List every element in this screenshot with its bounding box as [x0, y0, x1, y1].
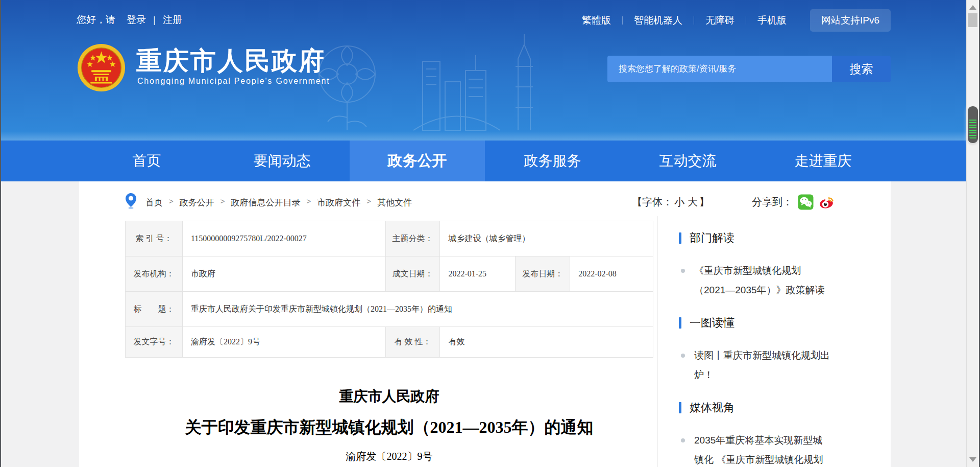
greeting-text: 您好，请 [77, 13, 115, 27]
document-number: 渝府发〔2022〕9号 [125, 450, 653, 463]
share-bar: 分享到： [752, 194, 835, 210]
link-line: 《重庆市新型城镇化规划 [694, 261, 893, 281]
nav-item-news[interactable]: 要闻动态 [214, 141, 350, 181]
sidebar-section-infographic: 一图读懂 [679, 315, 893, 331]
mobile-version-link[interactable]: 手机版 [746, 14, 798, 27]
breadcrumb-separator: > [307, 197, 311, 208]
document-title: 关于印发重庆市新型城镇化规划（2021—2035年）的通知 [125, 417, 653, 437]
weibo-icon[interactable] [819, 194, 835, 210]
nav-item-gov-services[interactable]: 政务服务 [485, 141, 620, 181]
up-arrow-icon[interactable] [969, 5, 976, 10]
section-title: 媒体视角 [690, 400, 734, 415]
nav-item-about-chongqing[interactable]: 走进重庆 [755, 141, 891, 181]
meta-label-doc-number: 发文字号： [126, 327, 183, 358]
login-link[interactable]: 登录 [127, 13, 146, 27]
sidebar-link-policy-interpretation[interactable]: 《重庆市新型城镇化规划 （2021—2035年）》政策解读 [679, 261, 893, 300]
font-control-suffix: 】 [699, 196, 709, 207]
meta-label-publish-date: 发布日期： [516, 256, 570, 292]
meta-value-written-date: 2022-01-25 [440, 256, 516, 292]
right-sidebar: 部门解读 《重庆市新型城镇化规划 （2021—2035年）》政策解读 一图读懂 … [679, 230, 893, 467]
font-smaller-button[interactable]: 小 [674, 196, 684, 207]
search-button[interactable]: 搜索 [832, 56, 891, 82]
font-control-prefix: 【字体： [632, 196, 673, 207]
document-heading: 重庆市人民政府 关于印发重庆市新型城镇化规划（2021—2035年）的通知 渝府… [125, 387, 653, 463]
section-title: 一图读懂 [690, 315, 734, 331]
sidebar-section-media-view: 媒体视角 [679, 400, 893, 415]
meta-label-topic-category: 主题分类： [385, 221, 440, 256]
meta-label-validity: 有 效 性： [385, 327, 440, 358]
link-line: 镇化 《重庆市新型城镇化规划 [694, 450, 893, 467]
nav-item-home[interactable]: 首页 [79, 141, 214, 181]
link-line: 2035年重庆将基本实现新型城 [694, 431, 893, 450]
window-edge-left [0, 0, 1, 467]
breadcrumb-other-documents[interactable]: 其他文件 [377, 197, 412, 208]
link-line: 读图丨重庆市新型城镇化规划出 [694, 346, 893, 365]
breadcrumb-separator: > [220, 197, 225, 208]
meta-value-publish-date: 2022-02-08 [570, 256, 653, 292]
section-accent-bar [679, 317, 681, 329]
content-panel: 首页 > 政务公开 > 政府信息公开目录 > 市政府文件 > 其他文件 【字体：… [79, 181, 891, 467]
scrollbar-thumb[interactable] [968, 13, 977, 27]
meta-label-written-date: 成文日期： [385, 256, 440, 292]
meta-value-topic-category: 城乡建设（城乡管理） [440, 221, 653, 256]
scroll-progress-widget[interactable] [968, 106, 978, 143]
main-navigation: 首页 要闻动态 政务公开 政务服务 互动交流 走进重庆 [0, 141, 966, 181]
meta-value-index-no: 11500000009275780L/2022-00027 [182, 221, 385, 256]
meta-label-issuing-org: 发布机构： [126, 256, 183, 292]
topbar-account: 您好，请 登录 | 注册 [77, 13, 182, 27]
sidebar-link-media-article[interactable]: 2035年重庆将基本实现新型城 镇化 《重庆市新型城镇化规划 （2021—203… [679, 431, 893, 467]
site-title-english: Chongqing Municipal People's Government [137, 77, 330, 86]
link-line: 炉！ [694, 365, 893, 385]
breadcrumb-separator: > [366, 197, 371, 208]
section-accent-bar [679, 232, 681, 244]
site-title: 重庆市人民政府 [136, 44, 326, 78]
meta-value-issuing-org: 市政府 [182, 256, 385, 292]
site-header: 您好，请 登录 | 注册 繁體版 智能机器人 无障碍 手机版 网站支持IPv6 … [0, 0, 966, 141]
sidebar-link-infographic[interactable]: 读图丨重庆市新型城镇化规划出 炉！ [679, 346, 893, 385]
accessibility-link[interactable]: 无障碍 [694, 14, 746, 27]
nav-item-gov-affairs-open[interactable]: 政务公开 [350, 141, 485, 181]
wechat-icon[interactable] [798, 194, 814, 210]
ipv6-badge[interactable]: 网站支持IPv6 [810, 9, 891, 32]
meta-value-doc-number: 渝府发〔2022〕9号 [182, 327, 385, 358]
login-register-separator: | [153, 14, 156, 26]
topbar-links: 繁體版 智能机器人 无障碍 手机版 网站支持IPv6 [571, 9, 891, 32]
document-meta-table: 索 引 号： 11500000009275780L/2022-00027 主题分… [125, 221, 653, 358]
breadcrumb-gov-open[interactable]: 政务公开 [180, 197, 214, 208]
breadcrumb: 首页 > 政务公开 > 政府信息公开目录 > 市政府文件 > 其他文件 [145, 197, 412, 208]
meta-label-title: 标 题： [126, 292, 183, 327]
section-accent-bar [679, 402, 681, 413]
link-line: （2021—2035年）》政策解读 [694, 281, 893, 300]
meta-value-validity: 有效 [440, 327, 653, 358]
meta-label-index-no: 索 引 号： [126, 221, 183, 256]
section-title: 部门解读 [690, 230, 734, 246]
header-wave-decoration [0, 131, 966, 141]
sidebar-divider [657, 216, 658, 467]
nav-item-interaction[interactable]: 互动交流 [620, 141, 755, 181]
document-issuer: 重庆市人民政府 [125, 387, 653, 406]
location-pin-icon [125, 193, 137, 209]
national-emblem-logo[interactable] [77, 43, 126, 92]
search-box: 搜索 [607, 56, 891, 82]
share-label: 分享到： [752, 195, 793, 209]
register-link[interactable]: 注册 [163, 13, 182, 27]
traditional-chinese-link[interactable]: 繁體版 [571, 14, 622, 27]
font-size-control: 【字体：小大】 [632, 195, 709, 209]
breadcrumb-city-gov-documents[interactable]: 市政府文件 [317, 197, 360, 208]
breadcrumb-separator: > [169, 197, 174, 208]
font-larger-button[interactable]: 大 [688, 196, 698, 207]
sidebar-section-dept-interpretation: 部门解读 [679, 230, 893, 246]
nav-items: 首页 要闻动态 政务公开 政务服务 互动交流 走进重庆 [79, 141, 891, 181]
meta-value-title: 重庆市人民政府关于印发重庆市新型城镇化规划（2021—2035年）的通知 [182, 292, 653, 327]
vertical-scrollbar[interactable] [966, 0, 979, 467]
scroll-progress-stripes [969, 120, 976, 140]
smart-robot-link[interactable]: 智能机器人 [623, 14, 694, 27]
breadcrumb-home[interactable]: 首页 [145, 197, 163, 208]
breadcrumb-info-directory[interactable]: 政府信息公开目录 [231, 197, 301, 208]
search-input[interactable] [607, 56, 832, 82]
down-arrow-icon[interactable] [969, 457, 976, 462]
